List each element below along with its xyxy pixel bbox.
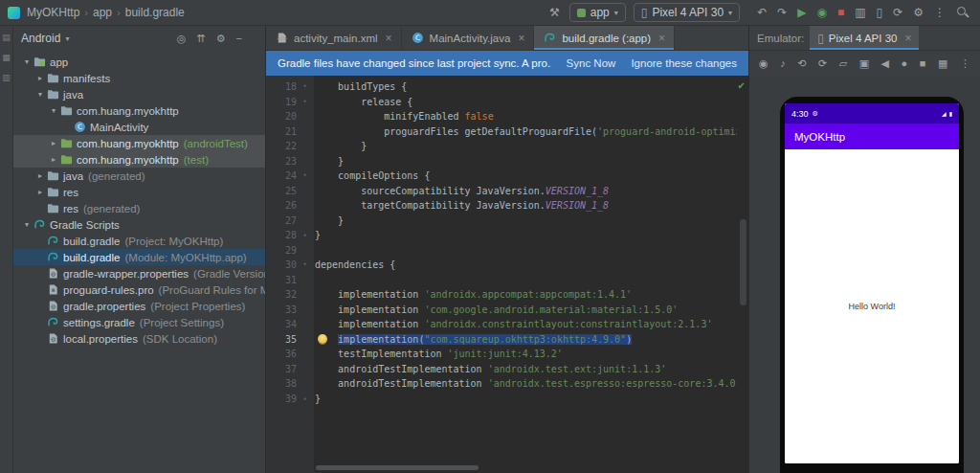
code-line-28[interactable]: 28▴} xyxy=(266,228,737,243)
collapse-all-icon[interactable]: ⇈ xyxy=(196,34,205,44)
snapshot-icon[interactable]: ▦ xyxy=(938,58,947,69)
nav-home-icon[interactable]: ● xyxy=(902,58,908,69)
horizontal-scrollbar-thumb[interactable] xyxy=(316,465,479,470)
close-icon[interactable]: × xyxy=(904,32,911,45)
structure-tool-icon[interactable]: ▥ xyxy=(2,74,11,82)
run-icon[interactable]: ▶ xyxy=(797,7,806,18)
tree-item-gradle-properties-project-properties[interactable]: gradle.properties(Project Properties) xyxy=(13,298,265,314)
intention-bulb-icon[interactable] xyxy=(318,334,327,344)
code-line-32[interactable]: 32 implementation 'androidx.appcompat:ap… xyxy=(266,287,737,303)
power-icon[interactable]: ◉ xyxy=(759,58,768,69)
code-line-38[interactable]: 38 androidTestImplementation 'androidx.t… xyxy=(266,376,737,392)
code-line-19[interactable]: 19▾ release { xyxy=(266,95,737,110)
code-line-22[interactable]: 22 } xyxy=(266,139,737,154)
tree-item-res-generated[interactable]: res(generated) xyxy=(13,200,265,216)
chevron-right-icon[interactable]: ▸ xyxy=(48,155,59,164)
tree-item-java[interactable]: ▾java xyxy=(13,86,265,102)
tree-item-gradle-scripts[interactable]: ▾Gradle Scripts xyxy=(13,216,265,233)
code-line-26[interactable]: 26 targetCompatibility JavaVersion.VERSI… xyxy=(266,198,737,214)
code-line-24[interactable]: 24▾ compileOptions { xyxy=(266,169,737,184)
close-icon[interactable]: × xyxy=(386,32,392,45)
tree-item-local-properties-sdk-location[interactable]: local.properties(SDK Location) xyxy=(13,330,265,347)
emulator-tab[interactable]: ▯ Pixel 4 API 30 × xyxy=(810,26,919,50)
profiler-icon[interactable]: ▥ xyxy=(855,7,865,18)
fold-marker-icon[interactable]: ▴ xyxy=(297,392,313,407)
fold-marker-icon[interactable]: ▴ xyxy=(297,228,313,243)
code-line-21[interactable]: 21 proguardFiles getDefaultProguardFile(… xyxy=(266,124,737,140)
tree-item-settings-gradle-project-settings[interactable]: settings.gradle(Project Settings) xyxy=(13,314,265,330)
tree-item-com-huang-myokhttp-androidtest[interactable]: ▸com.huang.myokhttp(androidTest) xyxy=(13,135,265,151)
code-line-36[interactable]: 36 testImplementation 'junit:junit:4.13.… xyxy=(266,347,737,362)
project-tool-icon[interactable]: ▤ xyxy=(2,34,11,42)
code-line-23[interactable]: 23 } xyxy=(266,154,737,169)
tab-mainactivity-java[interactable]: CMainActivity.java× xyxy=(402,26,535,50)
debug-icon[interactable]: ◉ xyxy=(816,7,826,18)
code-line-39[interactable]: 39▴} xyxy=(266,392,737,407)
device-manager-icon[interactable]: ▯ xyxy=(877,7,883,18)
tree-item-res[interactable]: ▸res xyxy=(13,184,265,200)
fold-marker-icon[interactable]: ▾ xyxy=(297,169,313,184)
code-line-29[interactable]: 29 xyxy=(266,243,737,259)
breadcrumb-item-myokhttp[interactable]: MyOKHttp xyxy=(27,6,79,19)
tree-item-manifests[interactable]: ▸manifests xyxy=(13,70,265,86)
project-view-selector[interactable]: Android ▾ xyxy=(21,32,69,45)
device-selector[interactable]: ▯ Pixel 4 API 30 ▾ xyxy=(634,3,740,22)
breadcrumb-item-build-gradle[interactable]: build.gradle xyxy=(125,6,185,19)
tab-activity-main-xml[interactable]: </>activity_main.xml× xyxy=(266,26,402,50)
emulator-screen[interactable]: 4:30 ⚙ ◢ ▮ MyOKHttp Hello World! xyxy=(785,103,959,463)
ignore-changes-link[interactable]: Ignore these changes xyxy=(631,57,737,69)
tree-item-com-huang-myokhttp[interactable]: ▾com.huang.myokhttp xyxy=(13,102,265,119)
tree-item-build-gradle-module-myokhttp-app[interactable]: build.gradle(Module: MyOKHttp.app) xyxy=(13,249,265,265)
nav-back-icon[interactable]: ◀ xyxy=(881,58,889,69)
code-line-31[interactable]: 31 xyxy=(266,273,737,288)
tab-build-gradle-app[interactable]: build.gradle (:app)× xyxy=(534,26,675,50)
code-line-37[interactable]: 37 androidTestImplementation 'androidx.t… xyxy=(266,362,737,377)
code-line-30[interactable]: 30▾dependencies { xyxy=(266,258,737,273)
chevron-right-icon[interactable]: ▸ xyxy=(34,188,46,196)
close-icon[interactable]: × xyxy=(658,32,665,45)
chevron-down-icon[interactable]: ▾ xyxy=(48,106,59,115)
camera-icon[interactable]: ▣ xyxy=(859,58,869,69)
tree-item-app[interactable]: ▾app xyxy=(13,54,265,70)
settings-icon[interactable]: ⚙ xyxy=(913,7,924,18)
fold-marker-icon[interactable]: ▾ xyxy=(297,258,313,273)
settings-icon[interactable]: ⚙ xyxy=(216,34,226,44)
close-icon[interactable]: × xyxy=(518,32,524,45)
search-everywhere-icon[interactable] xyxy=(957,7,969,18)
forward-icon[interactable]: ↷ xyxy=(777,7,787,18)
tree-item-java-generated[interactable]: ▸java(generated) xyxy=(13,168,265,184)
chevron-right-icon[interactable]: ▸ xyxy=(34,74,46,82)
stop-icon[interactable]: ■ xyxy=(837,7,844,18)
code-line-27[interactable]: 27 } xyxy=(266,214,737,229)
code-line-25[interactable]: 25 sourceCompatibility JavaVersion.VERSI… xyxy=(266,184,737,199)
chevron-down-icon[interactable]: ▾ xyxy=(34,90,46,99)
fold-icon[interactable]: ▱ xyxy=(839,58,847,69)
vertical-scrollbar-thumb[interactable] xyxy=(740,219,746,305)
inspection-ok-icon[interactable]: ✔ xyxy=(738,80,746,91)
fold-marker-icon[interactable]: ▾ xyxy=(297,95,313,110)
chevron-down-icon[interactable]: ▾ xyxy=(21,220,33,229)
back-icon[interactable]: ↶ xyxy=(757,7,767,18)
fold-marker-icon[interactable]: ▾ xyxy=(297,79,313,95)
nav-overview-icon[interactable]: ■ xyxy=(920,58,926,69)
tree-item-build-gradle-project-myokhttp[interactable]: build.gradle(Project: MyOKHttp) xyxy=(13,233,265,249)
build-hammer-icon[interactable]: ⚒ xyxy=(549,7,560,18)
chevron-right-icon[interactable]: ▸ xyxy=(48,139,59,147)
tree-item-com-huang-myokhttp-test[interactable]: ▸com.huang.myokhttp(test) xyxy=(13,151,265,168)
more-icon[interactable]: ⋮ xyxy=(934,7,946,18)
rotate-left-icon[interactable]: ⟲ xyxy=(797,58,806,69)
more-icon[interactable]: ⋮ xyxy=(960,58,970,69)
locate-icon[interactable]: ◎ xyxy=(177,34,187,44)
hide-icon[interactable]: − xyxy=(236,34,242,44)
breadcrumb-item-app[interactable]: app xyxy=(93,6,112,19)
tree-item-gradle-wrapper-properties-gradle-version[interactable]: gradle-wrapper.properties(Gradle Version… xyxy=(13,265,265,282)
code-line-34[interactable]: 34 implementation 'androidx.constraintla… xyxy=(266,317,737,332)
tree-item-proguard-rules-pro-proguard-rules-for-myokhttp-app[interactable]: proguard-rules.pro(ProGuard Rules for My… xyxy=(13,282,265,298)
code-line-20[interactable]: 20 minifyEnabled false xyxy=(266,109,737,124)
run-config-selector[interactable]: app ▾ xyxy=(569,3,626,22)
code-line-18[interactable]: 18▾ buildTypes { xyxy=(266,79,737,95)
sync-icon[interactable]: ⟳ xyxy=(893,7,902,18)
chevron-right-icon[interactable]: ▸ xyxy=(34,171,46,180)
chevron-down-icon[interactable]: ▾ xyxy=(21,57,33,66)
sync-now-link[interactable]: Sync Now xyxy=(567,57,616,69)
